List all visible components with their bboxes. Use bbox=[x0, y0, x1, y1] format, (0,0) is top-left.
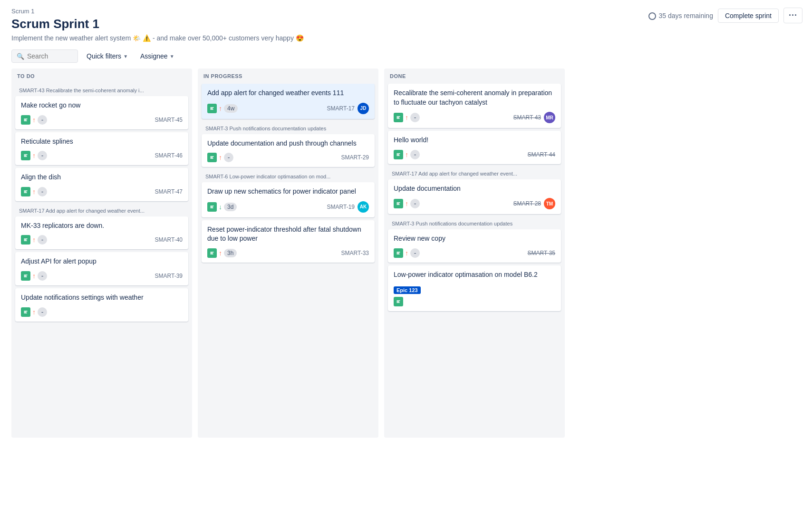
card-id: SMART-33 bbox=[341, 250, 369, 256]
assignee-label: Assignee bbox=[140, 52, 168, 60]
card-icons-left: ↑3h bbox=[207, 248, 237, 258]
card-icons-left bbox=[394, 297, 403, 306]
story-icon[interactable] bbox=[207, 248, 217, 258]
priority-up-icon: ↑ bbox=[32, 152, 36, 159]
estimate-button[interactable]: - bbox=[410, 248, 420, 258]
estimate-button[interactable]: - bbox=[38, 115, 47, 125]
estimate-button[interactable]: - bbox=[410, 199, 420, 208]
complete-sprint-button[interactable]: Complete sprint bbox=[718, 9, 779, 23]
card-title: Update documentation bbox=[394, 184, 555, 194]
story-icon[interactable] bbox=[21, 187, 30, 196]
card-footer: ↑-SMART-29 bbox=[207, 153, 369, 162]
task-card[interactable]: Align the dish↑-SMART-47 bbox=[15, 168, 188, 201]
more-options-button[interactable]: ··· bbox=[783, 8, 802, 23]
search-input[interactable] bbox=[27, 52, 73, 60]
task-card[interactable]: Update documentation↑-SMART-28TM bbox=[388, 179, 561, 215]
priority-up-icon: ↑ bbox=[405, 249, 408, 257]
story-icon[interactable] bbox=[394, 199, 403, 208]
estimate-button[interactable]: - bbox=[410, 150, 420, 159]
card-id: SMART-43 bbox=[513, 114, 541, 121]
estimate-button[interactable]: - bbox=[38, 307, 47, 317]
story-icon[interactable] bbox=[21, 151, 30, 160]
assignee-filter-button[interactable]: Assignee ▼ bbox=[136, 50, 178, 62]
story-icon[interactable] bbox=[207, 104, 217, 113]
task-card[interactable]: Recalibrate the semi-coherent anomaly in… bbox=[388, 84, 561, 128]
story-icon[interactable] bbox=[394, 297, 403, 306]
task-card[interactable]: Adjust API for alert popup↑-SMART-39 bbox=[15, 252, 188, 285]
card-icons-left: ↑- bbox=[21, 115, 47, 125]
priority-up-icon: ↑ bbox=[219, 154, 222, 161]
estimate-button[interactable]: - bbox=[38, 235, 47, 245]
priority-up-icon: ↑ bbox=[405, 151, 408, 158]
card-id-area: SMART-19AK bbox=[327, 201, 369, 213]
priority-up-icon: ↑ bbox=[405, 200, 408, 207]
priority-up-icon: ↑ bbox=[219, 249, 222, 257]
card-id: SMART-45 bbox=[155, 117, 183, 123]
task-card[interactable]: Draw up new schematics for power indicat… bbox=[202, 182, 375, 217]
task-card[interactable]: Low-power indicator optimasation on mode… bbox=[388, 265, 561, 311]
card-title: Update notifications settings with weath… bbox=[21, 293, 183, 303]
column-content-done: Recalibrate the semi-coherent anomaly in… bbox=[384, 84, 565, 316]
column-done: DONERecalibrate the semi-coherent anomal… bbox=[384, 69, 565, 438]
task-card[interactable]: MK-33 replicators are down.↑-SMART-40 bbox=[15, 216, 188, 250]
board: TO DOSMART-43 Recalibrate the semi-coher… bbox=[0, 69, 812, 449]
card-id-area: SMART-29 bbox=[341, 154, 369, 161]
card-id-area: SMART-45 bbox=[155, 117, 183, 123]
search-box[interactable]: 🔍 bbox=[11, 49, 78, 63]
card-id-area: SMART-17JD bbox=[327, 103, 369, 114]
estimate-button[interactable]: - bbox=[38, 151, 47, 160]
estimate-button[interactable]: - bbox=[410, 113, 420, 122]
task-card[interactable]: Update documentation and push through ch… bbox=[202, 134, 375, 167]
story-icon[interactable] bbox=[21, 115, 30, 125]
story-icon[interactable] bbox=[394, 150, 403, 159]
card-id-area: SMART-40 bbox=[155, 236, 183, 243]
card-id-area: SMART-47 bbox=[155, 188, 183, 195]
epic-label: SMART-3 Push notifications documentation… bbox=[388, 217, 561, 227]
card-footer: ↑- bbox=[21, 307, 183, 317]
card-footer: ↑-SMART-28TM bbox=[394, 198, 555, 209]
time-badge: 4w bbox=[224, 104, 238, 113]
epic-label: SMART-17 Add app alert for changed weath… bbox=[15, 204, 188, 215]
card-footer: ↑3hSMART-33 bbox=[207, 248, 369, 258]
card-footer: ↑-SMART-45 bbox=[21, 115, 183, 125]
story-icon[interactable] bbox=[394, 248, 403, 258]
task-card[interactable]: Reticulate splines↑-SMART-46 bbox=[15, 132, 188, 166]
task-card[interactable]: Hello world!↑-SMART-44 bbox=[388, 131, 561, 164]
search-icon: 🔍 bbox=[17, 53, 24, 60]
card-title: Add app alert for changed weather events… bbox=[207, 88, 369, 98]
card-icons-left: ↑- bbox=[21, 271, 47, 281]
column-content-inprogress: Add app alert for changed weather events… bbox=[198, 84, 378, 267]
estimate-button[interactable]: - bbox=[224, 153, 233, 162]
card-id-area: SMART-43MR bbox=[513, 112, 555, 123]
column-header-inprogress: IN PROGRESS bbox=[198, 69, 378, 84]
column-header-todo: TO DO bbox=[11, 69, 192, 84]
task-card[interactable]: Reset power-indicator threshold after fa… bbox=[202, 220, 375, 263]
card-icons-left: ↑- bbox=[21, 235, 47, 245]
task-card[interactable]: Add app alert for changed weather events… bbox=[202, 84, 375, 119]
story-icon[interactable] bbox=[21, 235, 30, 245]
task-card[interactable]: Make rocket go now↑-SMART-45 bbox=[15, 96, 188, 129]
quick-filters-label: Quick filters bbox=[87, 52, 121, 60]
priority-up-icon: ↑ bbox=[32, 188, 36, 196]
card-footer bbox=[394, 297, 555, 306]
estimate-button[interactable]: - bbox=[38, 271, 47, 281]
estimate-button[interactable]: - bbox=[38, 187, 47, 196]
priority-up-icon: ↑ bbox=[219, 105, 222, 112]
story-icon[interactable] bbox=[21, 271, 30, 281]
task-card[interactable]: Update notifications settings with weath… bbox=[15, 288, 188, 322]
card-icons-left: ↑- bbox=[394, 248, 420, 258]
story-icon[interactable] bbox=[207, 202, 217, 212]
priority-up-icon: ↑ bbox=[405, 114, 408, 121]
card-title: Recalibrate the semi-coherent anomaly in… bbox=[394, 88, 555, 107]
story-icon[interactable] bbox=[394, 113, 403, 122]
chevron-down-icon: ▼ bbox=[170, 54, 174, 59]
priority-down-icon: ↓ bbox=[219, 203, 222, 211]
quick-filters-button[interactable]: Quick filters ▼ bbox=[83, 50, 132, 62]
card-title: Update documentation and push through ch… bbox=[207, 139, 369, 148]
card-icons-left: ↑- bbox=[207, 153, 233, 162]
story-icon[interactable] bbox=[21, 307, 30, 317]
card-id: SMART-47 bbox=[155, 188, 183, 195]
card-title: Align the dish bbox=[21, 173, 183, 182]
task-card[interactable]: Review new copy↑-SMART-35 bbox=[388, 229, 561, 263]
story-icon[interactable] bbox=[207, 153, 217, 162]
